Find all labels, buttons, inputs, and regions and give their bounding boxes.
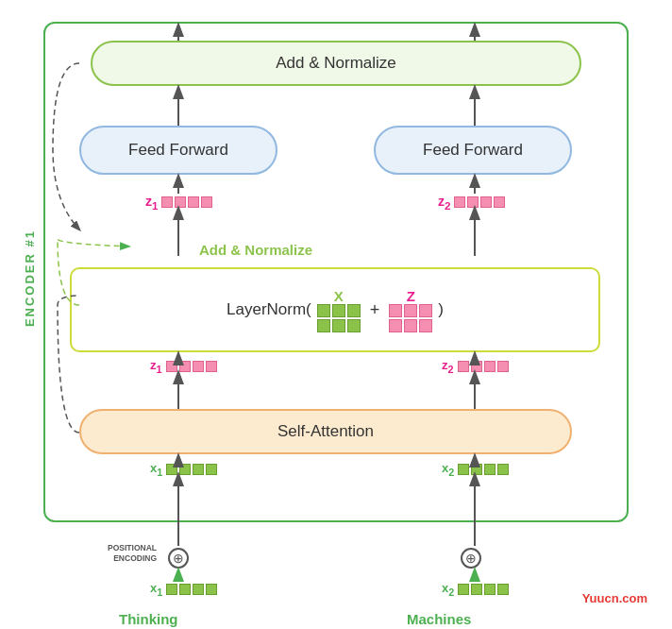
z2-mid-blocks bbox=[458, 361, 509, 372]
feed-forward-right-label: Feed Forward bbox=[423, 141, 523, 160]
x1-top-blocks bbox=[166, 464, 217, 475]
self-attention-label: Self-Attention bbox=[277, 422, 374, 441]
add-normalize-mid-label: Add & Normalize bbox=[199, 242, 312, 258]
layernorm-inner: LayerNorm( X + Z ) bbox=[227, 288, 444, 332]
x1-top-group: x1 bbox=[150, 461, 217, 478]
layernorm-box: LayerNorm( X + Z ) bbox=[70, 267, 600, 352]
plus-circle-left: ⊕ bbox=[168, 548, 189, 569]
x1-bottom-blocks bbox=[166, 584, 217, 595]
encoder-label: ENCODER #1 bbox=[23, 230, 37, 327]
x2-bottom-group: x2 bbox=[442, 581, 509, 598]
feed-forward-left-label: Feed Forward bbox=[128, 141, 228, 160]
x-grid bbox=[317, 304, 361, 332]
plus-circle-right: ⊕ bbox=[461, 548, 481, 569]
z2-top-label: z2 bbox=[438, 194, 450, 212]
positional-encoding-label: POSITIONALENCODING bbox=[74, 543, 157, 564]
x2-top-blocks bbox=[458, 464, 509, 475]
pos-enc-text: POSITIONALENCODING bbox=[108, 543, 157, 563]
x2-top-group: x2 bbox=[442, 461, 509, 478]
z2-mid-label: z2 bbox=[442, 358, 454, 375]
z1-mid-blocks bbox=[166, 361, 217, 372]
self-attention: Self-Attention bbox=[79, 409, 572, 454]
x2-top-label: x2 bbox=[442, 461, 454, 478]
z1-top-group: z1 bbox=[145, 194, 212, 212]
x-grid-group: X bbox=[317, 288, 361, 332]
x2-bottom-blocks bbox=[458, 584, 509, 595]
x1-bottom-label: x1 bbox=[150, 581, 162, 598]
thinking-label: Thinking bbox=[119, 611, 178, 627]
layernorm-close: ) bbox=[438, 300, 444, 319]
x-label: X bbox=[334, 288, 344, 304]
add-normalize-top: Add & Normalize bbox=[91, 41, 581, 86]
z-grid-group: Z bbox=[389, 288, 432, 332]
z1-top-blocks bbox=[161, 196, 212, 208]
watermark: Yuucn.com bbox=[582, 591, 647, 605]
z2-top-blocks bbox=[454, 196, 505, 208]
x1-bottom-group: x1 bbox=[150, 581, 217, 598]
z1-top-label: z1 bbox=[145, 194, 158, 212]
feed-forward-left: Feed Forward bbox=[79, 126, 277, 175]
diagram: ENCODER #1 Add & Normalize Feed Forward … bbox=[15, 12, 657, 617]
plus-sign: + bbox=[370, 300, 380, 320]
z2-top-group: z2 bbox=[438, 194, 505, 212]
layernorm-text: LayerNorm( bbox=[227, 300, 311, 319]
x2-bottom-label: x2 bbox=[442, 581, 454, 598]
feed-forward-right: Feed Forward bbox=[374, 126, 572, 175]
z1-mid-group: z1 bbox=[150, 358, 217, 375]
machines-label: Machines bbox=[407, 611, 471, 627]
x1-top-label: x1 bbox=[150, 461, 162, 478]
z1-mid-label: z1 bbox=[150, 358, 162, 375]
z-label: Z bbox=[407, 288, 415, 304]
add-normalize-top-label: Add & Normalize bbox=[276, 54, 396, 73]
z2-mid-group: z2 bbox=[442, 358, 509, 375]
z-grid bbox=[389, 304, 432, 332]
